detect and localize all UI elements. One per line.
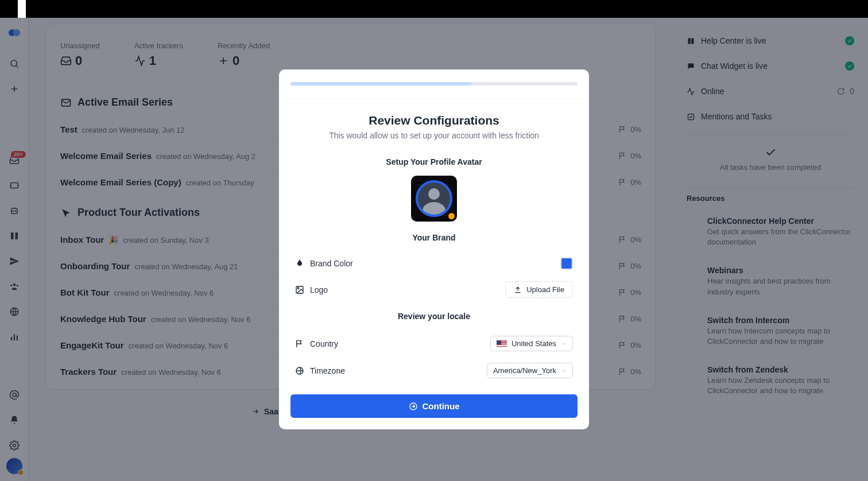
locale-section-label: Review your locale: [279, 312, 589, 321]
profile-avatar-upload[interactable]: [411, 176, 457, 222]
upload-file-button[interactable]: Upload File: [505, 281, 573, 298]
us-flag-icon: [497, 340, 507, 347]
svg-point-21: [297, 288, 299, 289]
timezone-row: Timezone America/New_York: [279, 357, 589, 384]
timezone-select[interactable]: America/New_York: [487, 363, 573, 378]
chevron-down-icon: [561, 368, 567, 374]
chevron-down-icon: [561, 341, 567, 347]
progress-bar: [290, 82, 578, 86]
modal-subtitle: This would allow us to set up your accou…: [279, 131, 589, 140]
browser-topbar: [0, 0, 868, 18]
flag-icon: [295, 339, 304, 348]
country-select[interactable]: United States: [490, 336, 573, 351]
status-dot: [448, 213, 455, 219]
progress-fill: [290, 82, 471, 86]
brand-section-label: Your Brand: [279, 233, 589, 242]
upload-icon: [514, 286, 522, 294]
modal-title: Review Configurations: [279, 114, 589, 127]
globe-icon: [295, 366, 304, 375]
droplet-icon: [295, 259, 304, 268]
image-icon: [295, 285, 304, 294]
country-row: Country United States: [279, 330, 589, 357]
brand-color-picker[interactable]: [560, 257, 573, 270]
brand-color-row: Brand Color: [279, 251, 589, 276]
logo-row: Logo Upload File: [279, 276, 589, 304]
modal-overlay: Review Configurations This would allow u…: [0, 18, 868, 481]
avatar-section-label: Setup Your Profile Avatar: [279, 157, 589, 166]
continue-button[interactable]: Continue: [290, 394, 578, 418]
arrow-circle-icon: [409, 402, 418, 411]
review-configurations-modal: Review Configurations This would allow u…: [279, 69, 589, 429]
